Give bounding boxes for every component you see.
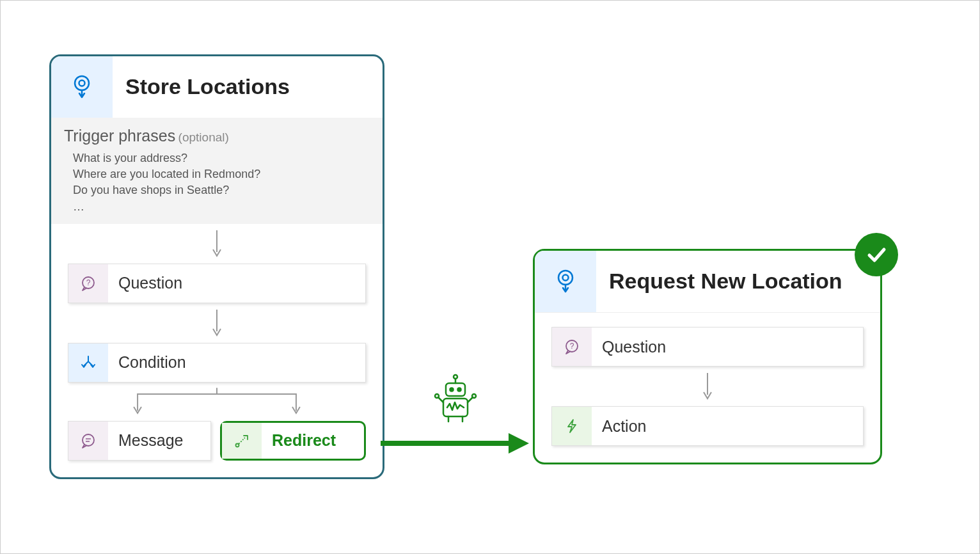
node-redirect[interactable]: Redirect (220, 421, 366, 461)
node-message[interactable]: Message (68, 421, 211, 461)
flow-area: ? Question Action (535, 313, 880, 463)
svg-point-6 (83, 434, 94, 446)
node-condition[interactable]: Condition (68, 343, 366, 383)
node-label: Question (592, 328, 863, 366)
svg-point-19 (435, 394, 439, 398)
card-header: Store Locations (51, 56, 383, 118)
svg-line-18 (468, 397, 473, 402)
arrow-down-icon (68, 224, 366, 264)
node-question[interactable]: ? Question (551, 327, 864, 367)
node-label: Action (592, 407, 863, 445)
node-label: Question (108, 264, 365, 303)
node-label: Message (108, 422, 210, 460)
svg-text:?: ? (570, 342, 574, 351)
diagram-canvas: Store Locations Trigger phrases (optiona… (1, 1, 979, 553)
branch-connector (68, 383, 366, 421)
node-label: Redirect (262, 423, 364, 459)
flow-area: ? Question Condition (51, 224, 383, 477)
trigger-phrase-list: What is your address? Where are you loca… (64, 145, 370, 215)
svg-point-1 (79, 81, 85, 86)
lightning-icon (552, 407, 592, 445)
question-bubble-icon: ? (68, 264, 108, 303)
card-title: Request New Location (596, 251, 880, 312)
branch-icon (68, 344, 108, 382)
trigger-phrase: … (73, 199, 361, 215)
svg-point-24 (563, 275, 569, 281)
svg-point-14 (450, 388, 454, 392)
card-title: Store Locations (113, 56, 383, 118)
trigger-label: Trigger phrases (64, 127, 175, 145)
trigger-phrase: Where are you located in Redmond? (73, 166, 361, 182)
topic-icon (535, 251, 596, 312)
arrow-down-icon (68, 303, 366, 343)
bot-icon (432, 373, 479, 427)
checkmark-icon (855, 233, 898, 276)
question-bubble-icon: ? (552, 328, 592, 366)
svg-line-17 (438, 397, 443, 402)
trigger-optional-label: (optional) (178, 131, 229, 144)
trigger-phrases-section: Trigger phrases (optional) What is your … (51, 118, 383, 224)
chat-bubble-icon (68, 422, 108, 460)
node-action[interactable]: Action (551, 406, 864, 446)
branch-row: Message Redirect (68, 421, 366, 461)
svg-text:?: ? (86, 278, 91, 287)
svg-point-15 (458, 388, 461, 392)
trigger-phrase: Do you have shops in Seattle? (73, 182, 361, 198)
svg-point-23 (558, 271, 573, 285)
arrow-down-icon (551, 367, 864, 406)
card-header: Request New Location (535, 251, 880, 313)
node-question[interactable]: ? Question (68, 264, 366, 303)
node-label: Condition (108, 344, 365, 382)
redirect-arrow-icon (381, 431, 534, 456)
topic-card-request-new-location: Request New Location ? Question (533, 249, 882, 464)
trigger-phrase: What is your address? (73, 150, 361, 166)
svg-point-9 (236, 443, 239, 447)
svg-rect-13 (446, 383, 465, 396)
route-icon (222, 423, 262, 459)
svg-point-0 (75, 76, 89, 90)
topic-card-store-locations: Store Locations Trigger phrases (optiona… (49, 54, 384, 479)
svg-point-20 (472, 394, 476, 398)
topic-icon (51, 56, 113, 118)
